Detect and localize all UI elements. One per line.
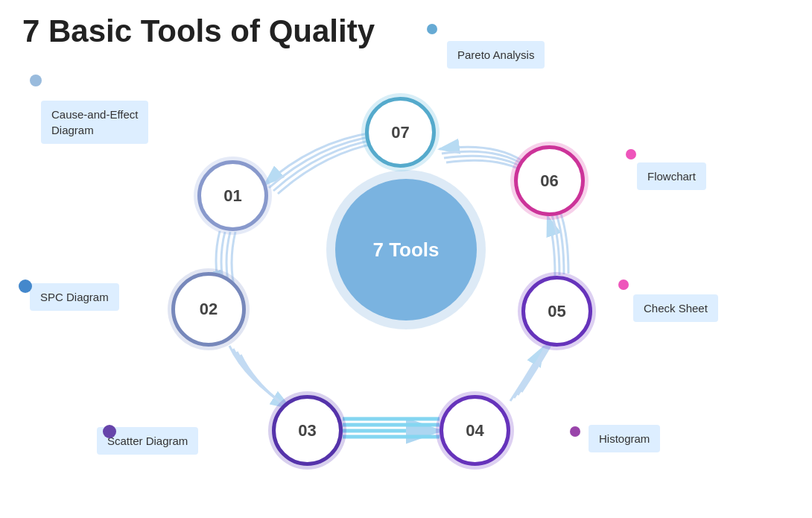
tool-label-06: 06 [540, 171, 558, 191]
tool-circle-02: 02 [171, 272, 246, 347]
dot-d1 [427, 24, 437, 34]
tool-circle-06: 06 [514, 145, 585, 216]
dot-d3 [19, 279, 32, 293]
dot-d6 [618, 279, 629, 290]
label-histogram: Histogram [589, 425, 660, 452]
page-title: 7 Basic Tools of Quality [22, 13, 375, 49]
dot-d4 [103, 425, 116, 438]
tool-label-05: 05 [548, 302, 565, 321]
label-flowchart: Flowchart [637, 162, 706, 190]
tool-label-03: 03 [298, 421, 316, 440]
dot-d2 [30, 75, 42, 86]
tool-circle-05: 05 [521, 276, 592, 347]
dot-d5 [570, 426, 580, 437]
label-check-sheet: Check Sheet [633, 294, 718, 322]
tool-circle-03: 03 [272, 395, 343, 466]
center-label: 7 Tools [372, 239, 439, 262]
tool-label-02: 02 [200, 300, 218, 319]
tool-circle-01: 01 [197, 160, 268, 231]
tool-label-01: 01 [223, 186, 241, 206]
tool-circle-04: 04 [440, 395, 510, 466]
label-pareto: Pareto Analysis [447, 41, 545, 69]
tool-label-04: 04 [466, 421, 483, 440]
label-cause-effect: Cause-and-Effect Diagram [41, 101, 148, 144]
tool-circle-07: 07 [365, 97, 436, 168]
center-circle: 7 Tools [335, 179, 477, 320]
tool-label-07: 07 [391, 123, 409, 142]
dot-d7 [626, 149, 636, 159]
label-spc: SPC Diagram [30, 283, 119, 311]
